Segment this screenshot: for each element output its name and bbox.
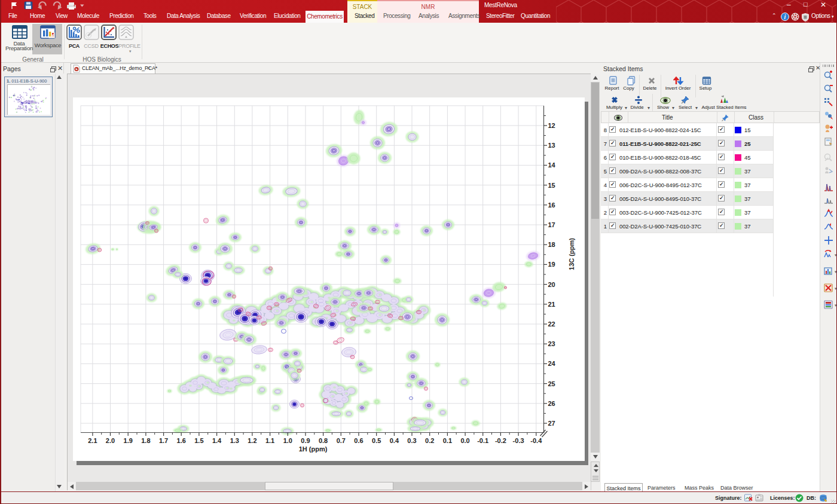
svg-text:0.5: 0.5: [372, 437, 381, 444]
svg-text:-0.4: -0.4: [530, 437, 542, 444]
svg-text:1.3: 1.3: [230, 437, 239, 444]
svg-text:1.9: 1.9: [123, 437, 132, 444]
svg-text:1.8: 1.8: [141, 437, 150, 444]
svg-text:2.1: 2.1: [88, 437, 97, 444]
svg-text:i: i: [784, 14, 786, 20]
svg-text:26: 26: [548, 400, 555, 407]
svg-text:24: 24: [548, 360, 555, 367]
svg-text:15: 15: [548, 182, 555, 189]
svg-text:20: 20: [548, 281, 555, 288]
svg-text:0.1: 0.1: [442, 437, 451, 444]
svg-text:2.0: 2.0: [105, 437, 114, 444]
svg-text:0.3: 0.3: [407, 437, 416, 444]
svg-text:0.2: 0.2: [425, 437, 434, 444]
svg-text:12: 12: [548, 122, 555, 129]
svg-text:1H (ppm): 1H (ppm): [298, 445, 327, 453]
svg-text:0.7: 0.7: [336, 437, 345, 444]
svg-text:-0.3: -0.3: [512, 437, 524, 444]
svg-text:-0.2: -0.2: [494, 437, 506, 444]
svg-text:21: 21: [548, 301, 555, 308]
svg-text:13C (ppm): 13C (ppm): [567, 238, 575, 270]
svg-text:14: 14: [548, 161, 555, 169]
svg-text:-0.1: -0.1: [477, 437, 488, 444]
svg-text:1.6: 1.6: [176, 437, 185, 444]
svg-text:22: 22: [548, 320, 555, 328]
svg-text:1.1: 1.1: [265, 437, 274, 444]
svg-text:25: 25: [548, 380, 555, 387]
svg-text:1.2: 1.2: [248, 437, 256, 444]
svg-text:19: 19: [548, 261, 555, 268]
svg-text:27: 27: [548, 420, 555, 427]
svg-text:0.0: 0.0: [460, 437, 469, 444]
svg-text:1.0: 1.0: [283, 437, 292, 444]
svg-text:0.6: 0.6: [354, 437, 363, 444]
svg-text:23: 23: [548, 340, 555, 347]
svg-text:17: 17: [548, 221, 555, 228]
svg-text:0.8: 0.8: [318, 437, 327, 444]
svg-text:1.5: 1.5: [194, 437, 203, 444]
svg-text:13: 13: [548, 142, 555, 149]
svg-text:0.4: 0.4: [389, 437, 399, 444]
svg-text:18: 18: [548, 241, 555, 248]
svg-text:1.4: 1.4: [212, 437, 221, 444]
svg-text:16: 16: [548, 201, 555, 209]
svg-text:0.9: 0.9: [301, 437, 310, 444]
svg-text:1.7: 1.7: [158, 437, 167, 444]
